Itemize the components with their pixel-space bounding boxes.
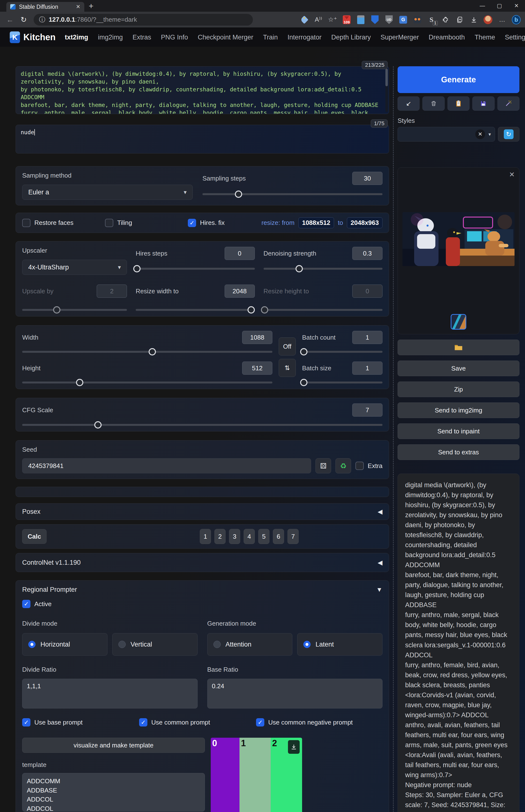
save-style-floppy-button[interactable]	[472, 96, 494, 110]
hires-steps-value[interactable]: 0	[225, 247, 255, 260]
denoising-value[interactable]: 0.3	[352, 247, 382, 260]
tab-interrogator[interactable]: Interrogator	[287, 34, 321, 41]
width-slider[interactable]	[22, 351, 272, 353]
extension-password-shield-icon[interactable]	[371, 15, 379, 24]
gallery-thumbnail[interactable]	[451, 314, 466, 330]
upscaler-select[interactable]: 4x-UltraSharp▾	[22, 260, 127, 275]
generate-button[interactable]: Generate	[397, 66, 520, 93]
styles-select[interactable]: ✕ ▾	[397, 127, 495, 141]
cfg-scale-slider[interactable]	[22, 424, 382, 426]
tab-checkpoint-merger[interactable]: Checkpoint Merger	[198, 34, 253, 41]
upscale-by-value[interactable]: 2	[97, 285, 127, 298]
extension-notes-icon[interactable]	[356, 15, 365, 24]
divide-vertical-radio[interactable]: Vertical	[112, 633, 198, 656]
calc-num-5-button[interactable]: 5	[258, 529, 269, 544]
tab-dreambooth[interactable]: Dreambooth	[429, 34, 465, 41]
resize-height-value[interactable]: 0	[352, 285, 382, 298]
paste-clipboard-button[interactable]	[448, 96, 469, 110]
bing-chat-icon[interactable]: b	[512, 15, 521, 24]
apply-style-wand-button[interactable]	[497, 96, 520, 110]
browser-menu-icon[interactable]: …	[498, 15, 507, 24]
hires-steps-slider[interactable]	[136, 268, 255, 270]
window-maximize-button[interactable]: ▢	[491, 0, 508, 12]
base-ratio-input[interactable]: 0.24	[207, 679, 383, 708]
tab-extras[interactable]: Extras	[133, 34, 151, 41]
mode-latent-radio[interactable]: Latent	[297, 633, 382, 656]
template-input[interactable]: ADDCOMM ADDBASE ADDCOL ADDCOL	[22, 773, 205, 812]
prompt-scrollbar-thumb[interactable]	[386, 69, 388, 86]
resize-width-slider[interactable]	[136, 309, 255, 311]
sampling-method-select[interactable]: Euler a▾	[22, 185, 193, 200]
reload-icon[interactable]: ↻	[18, 15, 29, 24]
prompt-input[interactable]: digital media \(artwork\), (by dimwitdog…	[16, 66, 389, 114]
generated-image[interactable]	[403, 212, 514, 266]
downloads-icon[interactable]	[469, 15, 478, 24]
send-to-extras-button[interactable]: Send to extras	[397, 445, 520, 460]
aspect-lock-off-button[interactable]: Off	[279, 337, 296, 356]
resize-height-slider[interactable]	[264, 309, 383, 311]
swap-dimensions-button[interactable]: ⇅	[279, 359, 296, 377]
batch-count-slider[interactable]	[302, 351, 382, 353]
mode-attention-radio[interactable]: Attention	[207, 633, 292, 656]
extension-calendar-icon[interactable]: 109	[342, 15, 351, 24]
cfg-scale-value[interactable]: 7	[352, 403, 382, 417]
tab-png-info[interactable]: PNG Info	[161, 34, 188, 41]
site-info-icon[interactable]: ⓘ	[39, 15, 45, 24]
upscale-by-slider[interactable]	[22, 309, 127, 311]
new-tab-button[interactable]: +	[89, 1, 93, 11]
tab-close-icon[interactable]: ✕	[76, 4, 80, 10]
tab-theme[interactable]: Theme	[475, 34, 495, 41]
tab-settings[interactable]: Settings	[505, 34, 525, 41]
calc-num-1-button[interactable]: 1	[200, 529, 211, 544]
tab-img2img[interactable]: img2img	[98, 34, 123, 41]
extension-ublock-icon[interactable]: UD	[385, 15, 393, 24]
calc-num-3-button[interactable]: 3	[229, 529, 240, 544]
rp-active-checkbox[interactable]: ✓Active	[22, 600, 382, 608]
close-preview-icon[interactable]: ✕	[509, 170, 515, 179]
regional-prompter-accordion[interactable]: Regional Prompter ▼	[22, 586, 382, 593]
extensions-puzzle-icon[interactable]	[441, 15, 450, 24]
browser-tab[interactable]: Stable Diffusion ✕	[6, 2, 84, 12]
resize-width-value[interactable]: 2048	[225, 285, 255, 298]
save-button[interactable]: Save	[397, 361, 520, 376]
calc-button[interactable]: Calc	[22, 529, 46, 544]
calc-num-4-button[interactable]: 4	[244, 529, 255, 544]
tab-supermerger[interactable]: SuperMerger	[380, 34, 419, 41]
extension-session-icon[interactable]: S1	[427, 15, 436, 24]
sampling-steps-value[interactable]: 30	[352, 172, 382, 185]
hires-fix-checkbox[interactable]: ✓Hires. fix	[188, 219, 225, 227]
refresh-styles-button[interactable]: ↻	[498, 127, 520, 141]
calc-num-6-button[interactable]: 6	[273, 529, 284, 544]
send-to-img2img-button[interactable]: Send to img2img	[397, 403, 520, 418]
tiling-checkbox[interactable]: Tiling	[105, 219, 188, 227]
divide-ratio-input[interactable]: 1,1,1	[22, 679, 198, 708]
denoising-slider[interactable]	[264, 268, 383, 270]
calc-num-7-button[interactable]: 7	[287, 529, 299, 544]
negative-prompt-input[interactable]: nude	[16, 125, 389, 153]
shopping-tag-icon[interactable]	[300, 15, 309, 24]
clear-prompt-trash-button[interactable]	[422, 96, 444, 110]
random-seed-dice-button[interactable]: ⚄	[315, 458, 331, 473]
read-aloud-icon[interactable]: A⁾⁾	[314, 15, 323, 24]
favorites-star-icon[interactable]: ☆⁺	[328, 15, 337, 24]
restore-faces-checkbox[interactable]: Restore faces	[22, 219, 105, 227]
corner-arrow-button[interactable]: ↙	[397, 96, 420, 110]
profile-avatar[interactable]	[484, 15, 492, 24]
visualize-template-button[interactable]: visualize and make template	[22, 738, 205, 753]
window-minimize-button[interactable]: —	[474, 0, 491, 12]
tab-txt2img[interactable]: txt2img	[65, 34, 88, 41]
use-common-negative-checkbox[interactable]: ✓Use common negative prompt	[256, 718, 353, 726]
sampling-steps-slider[interactable]	[202, 193, 382, 195]
batch-size-value[interactable]: 1	[352, 362, 382, 375]
column-divider[interactable]	[393, 66, 394, 812]
seed-extra-checkbox[interactable]: Extra	[356, 462, 382, 470]
batch-size-slider[interactable]	[302, 381, 382, 384]
zip-button[interactable]: Zip	[397, 381, 520, 397]
controlnet-accordion[interactable]: ControlNet v1.1.190 ◀	[16, 553, 389, 572]
height-value[interactable]: 512	[242, 362, 272, 375]
collections-icon[interactable]	[455, 15, 464, 24]
address-bar[interactable]: ⓘ 127.0.0.1:7860/?__theme=dark	[34, 14, 253, 26]
extension-translate-icon[interactable]: G	[399, 15, 408, 24]
extension-robot-icon[interactable]	[413, 15, 422, 24]
use-common-prompt-checkbox[interactable]: ✓Use common prompt	[139, 718, 256, 726]
